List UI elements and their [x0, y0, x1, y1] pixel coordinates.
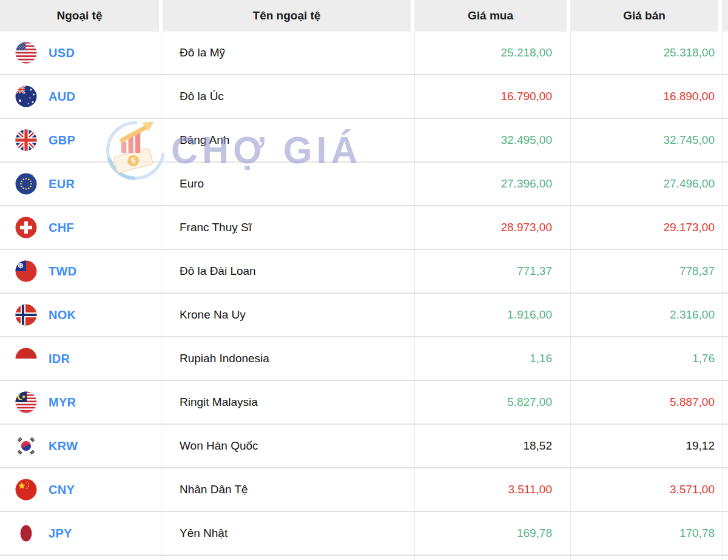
currency-code-link[interactable]: IDR: [49, 352, 70, 366]
currency-code-link[interactable]: TWD: [49, 265, 76, 278]
header-cutoff-column: [722, 0, 728, 32]
cutoff-cell: [722, 556, 728, 560]
table-row: MYR Ringit Malaysia 5.827,00 5.887,00: [0, 381, 728, 425]
header-sell-price: Giá bán: [570, 0, 722, 32]
sell-price: 2.316,00: [570, 294, 722, 336]
buy-price: 169,78: [414, 512, 570, 555]
currency-code-link[interactable]: JPY: [49, 527, 72, 541]
currency-code-link[interactable]: USD: [49, 46, 75, 60]
buy-price: 27.396,00: [414, 163, 570, 205]
buy-price: 28.973,00: [414, 206, 570, 249]
currency-name: [163, 556, 414, 560]
currency-cell: JPY: [0, 512, 163, 555]
buy-price: 771,37: [414, 250, 570, 292]
currency-cell: EUR: [0, 163, 163, 205]
currency-cell: USD: [0, 32, 163, 74]
cutoff-cell: [722, 337, 728, 380]
currency-cell: IDR: [0, 337, 163, 380]
table-row-cutoff: [0, 556, 728, 560]
buy-price: 1,16: [414, 337, 570, 380]
currency-code-link[interactable]: MYR: [49, 396, 76, 410]
currency-name: Nhân Dân Tệ: [163, 468, 414, 511]
uk-flag-icon: [15, 129, 37, 151]
table-row: CHF Franc Thuỵ Sĩ 28.973,00 29.173,00: [0, 206, 728, 250]
table-row: JPY Yên Nhật 169,78 170,78: [0, 512, 728, 556]
exchange-rate-table: Ngoại tệ Tên ngoại tệ Giá mua Giá bán US…: [0, 0, 728, 560]
japan-flag-icon: [15, 522, 37, 544]
rates-table-body: USD Đô la Mỹ 25.218,00 25.318,00 AUD Đô …: [0, 32, 728, 560]
sell-price: 29.173,00: [570, 206, 722, 249]
cutoff-cell: [722, 163, 728, 205]
us-flag-icon: [15, 42, 37, 64]
china-flag-icon: [15, 479, 37, 501]
buy-price: [414, 556, 570, 560]
malaysia-flag-icon: [15, 391, 37, 413]
currency-name: Đô la Úc: [163, 75, 414, 118]
cutoff-cell: [722, 512, 728, 555]
table-row: NOK Krone Na Uy 1.916,00 2.316,00: [0, 294, 728, 337]
currency-cell: CHF: [0, 206, 163, 249]
buy-price: 18,52: [414, 425, 570, 467]
cutoff-cell: [722, 75, 728, 118]
australia-flag-icon: [15, 86, 37, 107]
table-row: GBP Bảng Anh 32.495,00 32.745,00: [0, 119, 728, 163]
table-row: TWD Đô la Đài Loan 771,37 778,37: [0, 250, 728, 294]
currency-code-link[interactable]: CNY: [49, 483, 75, 497]
currency-name: Franc Thuỵ Sĩ: [163, 206, 414, 249]
sell-price: 3.571,00: [570, 468, 722, 511]
currency-code-link[interactable]: EUR: [49, 177, 75, 191]
switzerland-flag-icon: [15, 217, 37, 238]
currency-cell: NOK: [0, 294, 163, 336]
header-buy-price: Giá mua: [414, 0, 570, 32]
currency-code-link[interactable]: AUD: [49, 90, 75, 104]
table-row: IDR Rupiah Indonesia 1,16 1,76: [0, 337, 728, 381]
currency-code-link[interactable]: GBP: [49, 133, 75, 147]
buy-price: 1.916,00: [414, 294, 570, 336]
currency-cell: KRW: [0, 425, 163, 467]
currency-name: Ringit Malaysia: [163, 381, 414, 423]
sell-price: 1,76: [570, 337, 722, 380]
table-row: CNY Nhân Dân Tệ 3.511,00 3.571,00: [0, 468, 728, 512]
cutoff-cell: [722, 119, 728, 161]
buy-price: 5.827,00: [414, 381, 570, 423]
currency-cell: GBP: [0, 119, 163, 161]
cutoff-cell: [722, 425, 728, 467]
buy-price: 16.790,00: [414, 75, 570, 118]
sell-price: 170,78: [570, 512, 722, 555]
table-row: KRW Won Hàn Quốc 18,52 19,12: [0, 425, 728, 468]
currency-name: Bảng Anh: [163, 119, 414, 161]
header-name: Tên ngoại tệ: [163, 0, 414, 32]
currency-name: Rupiah Indonesia: [163, 337, 414, 380]
cutoff-cell: [722, 206, 728, 249]
cutoff-cell: [722, 468, 728, 511]
buy-price: 32.495,00: [414, 119, 570, 161]
sell-price: 27.496,00: [570, 163, 722, 205]
cutoff-cell: [722, 381, 728, 423]
currency-code-link[interactable]: CHF: [49, 221, 74, 235]
currency-name: Krone Na Uy: [163, 294, 414, 336]
currency-name: Euro: [163, 163, 414, 205]
currency-name: Won Hàn Quốc: [163, 425, 414, 467]
sell-price: 778,37: [570, 250, 722, 292]
sell-price: 32.745,00: [570, 119, 722, 161]
currency-code-link[interactable]: KRW: [49, 439, 78, 453]
currency-name: Đô la Đài Loan: [163, 250, 414, 292]
currency-cell: AUD: [0, 75, 163, 118]
cutoff-cell: [722, 32, 728, 74]
currency-cell: TWD: [0, 250, 163, 292]
currency-cell: [0, 556, 163, 560]
cutoff-cell: [722, 294, 728, 336]
taiwan-flag-icon: [15, 260, 37, 282]
sell-price: 5.887,00: [570, 381, 722, 423]
south-korea-flag-icon: [15, 435, 37, 457]
currency-code-link[interactable]: NOK: [49, 308, 76, 322]
header-currency: Ngoại tệ: [0, 0, 163, 32]
currency-cell: MYR: [0, 381, 163, 423]
sell-price: [570, 556, 722, 560]
currency-cell: CNY: [0, 468, 163, 511]
sell-price: 19,12: [570, 425, 722, 467]
table-row: USD Đô la Mỹ 25.218,00 25.318,00: [0, 32, 728, 75]
table-row: EUR Euro 27.396,00 27.496,00: [0, 163, 728, 206]
indonesia-flag-icon: [15, 348, 37, 369]
currency-name: Đô la Mỹ: [163, 32, 414, 74]
